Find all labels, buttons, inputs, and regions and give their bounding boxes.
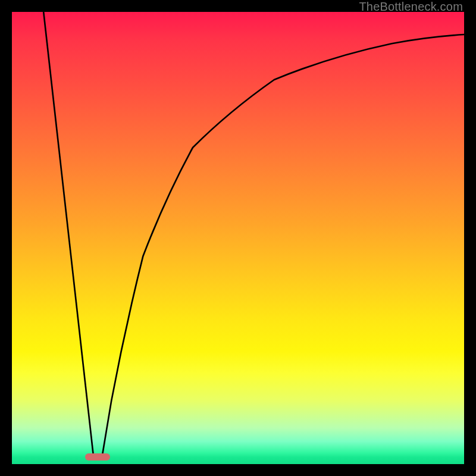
plot-area <box>12 12 464 464</box>
curve-layer <box>12 12 464 464</box>
chart-frame: TheBottleneck.com <box>0 0 476 476</box>
left-line-path <box>43 12 93 455</box>
optimal-marker <box>85 453 110 461</box>
right-curve-path <box>102 35 464 455</box>
